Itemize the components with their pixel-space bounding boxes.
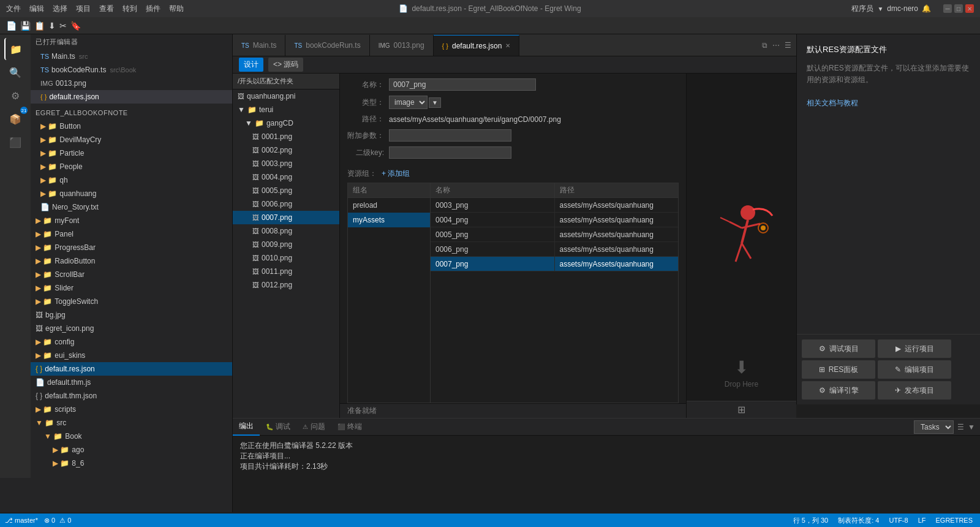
add-group-btn[interactable]: + 添加组 xyxy=(382,169,410,179)
search-icon[interactable]: 🔍 xyxy=(4,61,26,83)
tab-main-ts[interactable]: TS Main.ts xyxy=(233,35,285,56)
errors-status[interactable]: ⊗ 0 ⚠ 0 xyxy=(44,517,71,525)
extra-input[interactable] xyxy=(389,129,511,142)
menu-view[interactable]: 查看 xyxy=(99,4,114,14)
file-0008[interactable]: 🖼 0008.png xyxy=(233,224,339,238)
tree-people[interactable]: ▶ 📁 People xyxy=(31,160,232,173)
res-panel-btn[interactable]: ⊞ RES面板 xyxy=(802,360,875,379)
file-0001[interactable]: 🖼 0001.png xyxy=(233,130,339,143)
menu-file[interactable]: 文件 xyxy=(6,4,21,14)
tree-myfont[interactable]: ▶ 📁 myFont xyxy=(31,214,232,227)
menu-edit[interactable]: 编辑 xyxy=(29,4,44,14)
tree-particle[interactable]: ▶ 📁 Particle xyxy=(31,146,232,160)
tree-ago[interactable]: ▶ 📁 ago xyxy=(31,443,232,457)
open-file-0013[interactable]: IMG 0013.png xyxy=(31,77,232,90)
grid-view-btn[interactable]: ⊞ xyxy=(687,401,796,418)
row-0005[interactable]: 0005_png assets/myAssets/quanhuang xyxy=(431,227,678,242)
file-0009[interactable]: 🖼 0009.png xyxy=(233,238,339,251)
maximize-button[interactable]: □ xyxy=(954,4,963,13)
file-0006[interactable]: 🖼 0006.png xyxy=(233,197,339,211)
file-0010[interactable]: 🖼 0010.png xyxy=(233,251,339,265)
tab-0013-png[interactable]: IMG 0013.png xyxy=(370,35,434,56)
line-ending-status[interactable]: LF xyxy=(918,517,926,524)
file-0012[interactable]: 🖼 0012.png xyxy=(233,278,339,292)
menu-select[interactable]: 选择 xyxy=(53,4,67,14)
notification-icon[interactable]: 🔔 xyxy=(922,4,931,13)
type-select[interactable]: image sound text xyxy=(389,96,428,109)
open-file-bookcode[interactable]: TS bookCodeRun.ts src\Book xyxy=(31,63,232,77)
tree-src[interactable]: ▼ 📁 src xyxy=(31,416,232,430)
tree-toggleswitch[interactable]: ▶ 📁 ToggleSwitch xyxy=(31,295,232,308)
bottom-tab-output[interactable]: 编出 xyxy=(233,419,260,436)
clear-output-icon[interactable]: ☰ xyxy=(957,423,964,431)
file-0003[interactable]: 🖼 0003.png xyxy=(233,157,339,170)
file-0004[interactable]: 🖼 0004.png xyxy=(233,170,339,184)
bottom-tab-debug[interactable]: 🐛 调试 xyxy=(260,419,296,436)
bottom-tab-problems[interactable]: ⚠ 问题 xyxy=(296,419,331,436)
tree-eui-skins[interactable]: ▶ 📁 eui_skins xyxy=(31,349,232,362)
tree-bg-jpg[interactable]: 🖼 bg.jpg xyxy=(31,308,232,322)
open-file-main[interactable]: TS Main.ts src xyxy=(31,50,232,63)
tree-nero-story[interactable]: 📄 Nero_Story.txt xyxy=(31,200,232,214)
save-all-icon[interactable]: 📋 xyxy=(34,21,45,31)
folder-gangcd[interactable]: ▼ 📁 gangCD xyxy=(233,116,339,130)
group-myassets[interactable]: myAssets xyxy=(348,213,430,227)
tree-scrollbar[interactable]: ▶ 📁 ScrollBar xyxy=(31,268,232,281)
settings-icon[interactable]: ⚙ xyxy=(4,85,26,107)
close-tab-icon[interactable]: ✕ xyxy=(505,42,510,49)
compile-btn[interactable]: ⚙ 编译引擎 xyxy=(802,381,875,400)
tree-quanhuang[interactable]: ▶ 📁 quanhuang xyxy=(31,187,232,200)
row-0007[interactable]: 0007_png assets/myAssets/quanhuang xyxy=(431,257,678,271)
menu-project[interactable]: 项目 xyxy=(76,4,91,14)
line-col-status[interactable]: 行 5，列 30 xyxy=(793,516,828,525)
tab-default-res[interactable]: { } default.res.json ✕ xyxy=(434,35,520,56)
file-type-status[interactable]: EGRETRES xyxy=(935,517,973,524)
tree-default-res[interactable]: { } default.res.json xyxy=(31,362,232,376)
code-btn[interactable]: <> 源码 xyxy=(268,58,303,72)
save-icon[interactable]: 💾 xyxy=(20,21,31,31)
toggle-panel-icon[interactable]: ☰ xyxy=(785,41,791,50)
run-project-btn[interactable]: ▶ 运行项目 xyxy=(878,339,951,358)
docs-link[interactable]: 相关文档与教程 xyxy=(807,98,970,108)
tree-button[interactable]: ▶ 📁 Button xyxy=(31,119,232,133)
tree-devilmaycry[interactable]: ▶ 📁 DevilMayCry xyxy=(31,133,232,146)
tree-panel[interactable]: ▶ 📁 Panel xyxy=(31,227,232,241)
tree-book[interactable]: ▼ 📁 Book xyxy=(31,430,232,443)
scissors-icon[interactable]: ✂ xyxy=(59,21,67,31)
tree-radiobutton[interactable]: ▶ 📁 RadioButton xyxy=(31,254,232,268)
tree-default-thm-js[interactable]: 📄 default.thm.js xyxy=(31,376,232,389)
menu-help[interactable]: 帮助 xyxy=(169,4,184,14)
tree-default-thm-json[interactable]: { } default.thm.json xyxy=(31,389,232,403)
debug-project-btn[interactable]: ⚙ 调试项目 xyxy=(802,339,875,358)
tab-bookcode[interactable]: TS bookCodeRun.ts xyxy=(285,35,369,56)
file-quanhuang[interactable]: 🖼 quanhuang.pni xyxy=(233,89,339,103)
collapse-output-icon[interactable]: ▼ xyxy=(968,423,975,431)
type-dropdown-btn[interactable]: ▼ xyxy=(429,97,441,108)
row-0003[interactable]: 0003_png assets/myAssets/quanhuang xyxy=(431,198,678,213)
menu-plugins[interactable]: 插件 xyxy=(146,4,160,14)
row-0006[interactable]: 0006_png assets/myAssets/quanhuang xyxy=(431,242,678,257)
explorer-icon[interactable]: 📁 xyxy=(4,38,26,60)
download-icon[interactable]: ⬇ xyxy=(48,21,56,31)
row-0004[interactable]: 0004_png assets/myAssets/quanhuang xyxy=(431,213,678,227)
tree-qh[interactable]: ▶ 📁 qh xyxy=(31,173,232,187)
tree-egret-icon[interactable]: 🖼 egret_icon.png xyxy=(31,322,232,335)
tree-config[interactable]: ▶ 📁 config xyxy=(31,335,232,349)
indent-status[interactable]: 制表符长度: 4 xyxy=(838,516,879,525)
file-0002[interactable]: 🖼 0002.png xyxy=(233,143,339,157)
publish-btn[interactable]: ✈ 发布项目 xyxy=(878,381,951,400)
minimize-button[interactable]: ─ xyxy=(943,4,952,13)
group-preload[interactable]: preload xyxy=(348,198,430,213)
folder-terui[interactable]: ▼ 📁 terui xyxy=(233,103,339,116)
menu-goto[interactable]: 转到 xyxy=(123,4,137,14)
bottom-tab-terminal[interactable]: ⬛ 终端 xyxy=(331,419,368,436)
tree-progressbar[interactable]: ▶ 📁 ProgressBar xyxy=(31,241,232,254)
design-btn[interactable]: 设计 xyxy=(239,58,263,72)
terminal-icon[interactable]: ⬛ xyxy=(4,131,26,153)
edit-project-btn[interactable]: ✎ 编辑项目 xyxy=(878,360,951,379)
file-0011[interactable]: 🖼 0011.png xyxy=(233,265,339,278)
user-profile[interactable]: 程序员 ▼ dmc-nero 🔔 xyxy=(851,4,931,14)
tree-scripts[interactable]: ▶ 📁 scripts xyxy=(31,403,232,416)
bookmark-icon[interactable]: 🔖 xyxy=(70,21,81,31)
name-input[interactable] xyxy=(389,78,536,91)
